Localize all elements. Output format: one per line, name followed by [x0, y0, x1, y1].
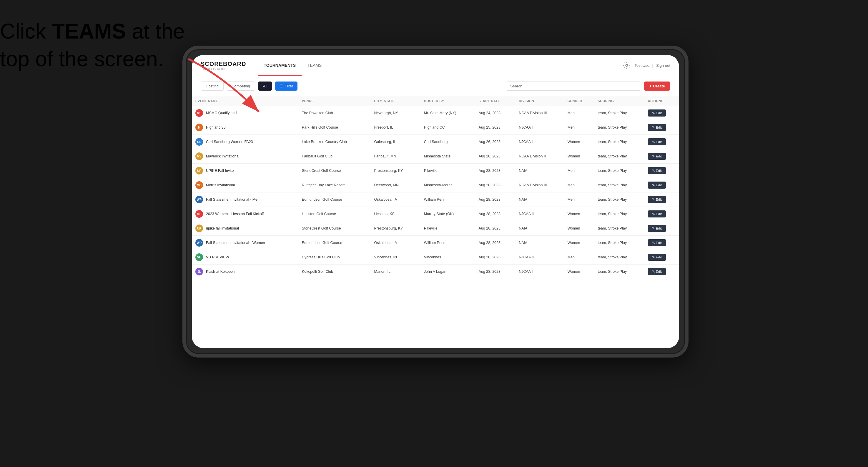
col-scoring: SCORING — [594, 96, 644, 106]
table-row: WP Fall Statesmen Invitational - Men Edm… — [192, 192, 679, 207]
cell-gender: Women — [564, 221, 594, 236]
col-start-date: START DATE — [475, 96, 516, 106]
cell-hosted-by: Highland CC — [421, 120, 475, 135]
cell-venue: Ruttger's Bay Lake Resort — [298, 178, 371, 192]
cell-gender: Men — [564, 106, 594, 120]
cell-gender: Women — [564, 135, 594, 149]
edit-button[interactable]: ✎ Edit — [648, 167, 666, 174]
cell-start-date: Aug 26, 2023 — [475, 135, 516, 149]
cell-scoring: team, Stroke Play — [594, 164, 644, 178]
cell-division: NCAA Division III — [515, 178, 564, 192]
cell-scoring: team, Stroke Play — [594, 149, 644, 164]
event-name-text: Maverick Invitational — [206, 154, 239, 158]
cell-city-state: Galesburg, IL — [370, 135, 420, 149]
cell-hosted-by: William Penn — [421, 192, 475, 207]
search-input[interactable] — [506, 82, 641, 91]
create-plus-icon: + — [649, 84, 652, 88]
cell-start-date: Aug 28, 2023 — [475, 236, 516, 250]
edit-button[interactable]: ✎ Edit — [648, 138, 666, 145]
cell-venue: Kokopelli Golf Club — [298, 264, 371, 279]
cell-division: NCAA Division II — [515, 149, 564, 164]
edit-button[interactable]: ✎ Edit — [648, 153, 666, 160]
cell-scoring: team, Stroke Play — [594, 264, 644, 279]
team-logo: UP — [195, 224, 203, 232]
cell-city-state: Prestonsburg, KY — [370, 221, 420, 236]
cell-city-state: Prestonsburg, KY — [370, 164, 420, 178]
nav-link-teams[interactable]: TEAMS — [302, 55, 328, 76]
cell-city-state: Faribault, MN — [370, 149, 420, 164]
sign-out-link[interactable]: Sign out — [656, 63, 670, 68]
cell-event-name: MV Maverick Invitational — [192, 149, 298, 164]
cell-scoring: team, Stroke Play — [594, 236, 644, 250]
col-venue: VENUE — [298, 96, 371, 106]
cell-actions: ✎ Edit — [644, 149, 679, 164]
create-button[interactable]: + Create — [644, 82, 670, 91]
cell-city-state: Hesston, KS — [370, 207, 420, 221]
cell-city-state: Deerwood, MN — [370, 178, 420, 192]
event-name-text: Klash at Kokopelli — [206, 270, 235, 274]
col-hosted-by: HOSTED BY — [421, 96, 475, 106]
gear-icon[interactable] — [623, 61, 631, 69]
nav-right: Test User | Sign out — [623, 61, 670, 69]
cell-scoring: team, Stroke Play — [594, 178, 644, 192]
cell-venue: StoneCrest Golf Course — [298, 221, 371, 236]
cell-scoring: team, Stroke Play — [594, 106, 644, 120]
cell-start-date: Aug 28, 2023 — [475, 192, 516, 207]
edit-button[interactable]: ✎ Edit — [648, 254, 666, 261]
cell-hosted-by: Pikeville — [421, 164, 475, 178]
edit-button[interactable]: ✎ Edit — [648, 210, 666, 217]
cell-city-state: Freeport, IL — [370, 120, 420, 135]
cell-hosted-by: Mt. Saint Mary (NY) — [421, 106, 475, 120]
edit-button[interactable]: ✎ Edit — [648, 124, 666, 131]
create-label: Create — [653, 84, 665, 88]
cell-scoring: team, Stroke Play — [594, 192, 644, 207]
event-name-text: Morris Invitational — [206, 183, 235, 187]
edit-button[interactable]: ✎ Edit — [648, 182, 666, 189]
edit-button[interactable]: ✎ Edit — [648, 239, 666, 246]
cell-actions: ✎ Edit — [644, 106, 679, 120]
cell-start-date: Aug 25, 2023 — [475, 120, 516, 135]
cell-event-name: UP UPIKE Fall Invite — [192, 164, 298, 178]
team-logo: VU — [195, 253, 203, 261]
edit-button[interactable]: ✎ Edit — [648, 110, 666, 117]
cell-start-date: Aug 28, 2023 — [475, 178, 516, 192]
cell-hosted-by: William Penn — [421, 236, 475, 250]
cell-city-state: Marion, IL — [370, 264, 420, 279]
cell-hosted-by: Minnesota State — [421, 149, 475, 164]
team-logo: MO — [195, 181, 203, 189]
cell-scoring: team, Stroke Play — [594, 250, 644, 264]
edit-button[interactable]: ✎ Edit — [648, 268, 666, 275]
cell-division: NJCAA I — [515, 120, 564, 135]
cell-city-state: Oskaloosa, IA — [370, 236, 420, 250]
cell-city-state: Newburgh, NY — [370, 106, 420, 120]
cell-hosted-by: Carl Sandburg — [421, 135, 475, 149]
table-row: UP upike fall invitational StoneCrest Go… — [192, 221, 679, 236]
cell-gender: Men — [564, 192, 594, 207]
cell-venue: Edmundson Golf Course — [298, 236, 371, 250]
cell-venue: Faribault Golf Club — [298, 149, 371, 164]
cell-event-name: UP upike fall invitational — [192, 221, 298, 236]
cell-division: NAIA — [515, 192, 564, 207]
table-row: UP UPIKE Fall Invite StoneCrest Golf Cou… — [192, 164, 679, 178]
team-logo: JL — [195, 268, 203, 275]
event-name-text: upike fall invitational — [206, 226, 239, 230]
cell-city-state: Oskaloosa, IA — [370, 192, 420, 207]
arrow-indicator — [165, 53, 282, 141]
cell-actions: ✎ Edit — [644, 178, 679, 192]
cell-actions: ✎ Edit — [644, 264, 679, 279]
filter-label: Filter — [284, 84, 293, 88]
col-division: DIVISION — [515, 96, 564, 106]
team-logo: WP — [195, 196, 203, 203]
col-city-state: CITY, STATE — [370, 96, 420, 106]
cell-hosted-by: Pikeville — [421, 221, 475, 236]
cell-actions: ✎ Edit — [644, 135, 679, 149]
edit-button[interactable]: ✎ Edit — [648, 196, 666, 203]
cell-gender: Women — [564, 149, 594, 164]
edit-button[interactable]: ✎ Edit — [648, 225, 666, 232]
event-name-text: VU PREVIEW — [206, 255, 229, 259]
cell-scoring: team, Stroke Play — [594, 120, 644, 135]
cell-gender: Men — [564, 250, 594, 264]
team-logo: MV — [195, 152, 203, 160]
table-row: WP Fall Statesmen Invitational - Women E… — [192, 236, 679, 250]
event-name-text: Fall Statesmen Invitational - Men — [206, 197, 259, 201]
